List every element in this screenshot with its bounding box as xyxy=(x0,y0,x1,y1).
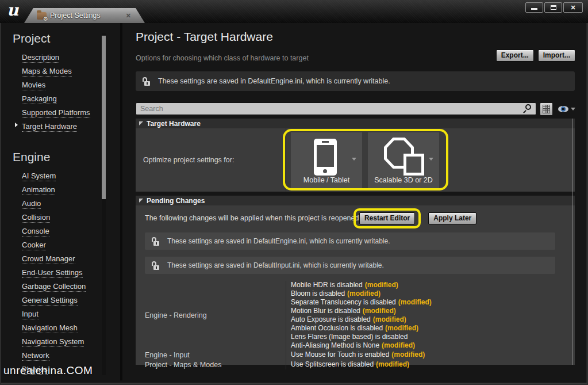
modified-badge: (modified) xyxy=(373,315,406,323)
sidebar-scrollbar-thumb[interactable] xyxy=(102,36,106,199)
row-values: Use Mouse for Touch is enabled(modified) xyxy=(286,350,425,360)
scalable-3d-2d-tile-button[interactable]: Scalable 3D or 2D xyxy=(368,132,439,188)
config-file-notice: These settings are saved in DefaultEngin… xyxy=(145,232,555,250)
sidebar-item-label[interactable]: Audio xyxy=(22,199,41,209)
table-row-engine-rendering: Engine - Rendering Mobile HDR is disable… xyxy=(145,281,575,350)
mobile-phone-icon xyxy=(314,139,337,176)
sidebar-item-label[interactable]: Cooker xyxy=(22,241,46,250)
circle-square-shapes-icon xyxy=(384,138,428,178)
chevron-down-icon[interactable] xyxy=(352,158,356,161)
section-title: Target Hardware xyxy=(147,120,201,128)
sidebar-item-label[interactable]: Network xyxy=(22,351,49,361)
config-file-notice: These settings are saved in DefaultEngin… xyxy=(136,71,575,91)
tile-label: Mobile / Tablet xyxy=(291,176,362,184)
change-line: Anti-Aliasing Method is None(modified) xyxy=(291,341,432,350)
row-label: Engine - Input xyxy=(145,350,286,360)
sidebar-item-label[interactable]: Supported Platforms xyxy=(22,108,90,118)
visibility-dropdown[interactable] xyxy=(558,106,575,112)
notice-text: These settings are saved in DefaultEngin… xyxy=(158,77,390,85)
optimize-settings-row: Optimize project settings for: Mobile / … xyxy=(136,128,575,192)
modified-badge: (modified) xyxy=(398,298,432,306)
sidebar-item-label[interactable]: General Settings xyxy=(22,296,78,306)
sidebar-item-label[interactable]: Console xyxy=(22,227,49,237)
pending-changes-body: The following changes will be applied wh… xyxy=(136,205,575,365)
unlock-icon xyxy=(143,77,150,86)
modified-badge: (modified) xyxy=(347,289,381,298)
panel-splitter[interactable] xyxy=(120,23,122,380)
settings-panel: Target Hardware Optimize project setting… xyxy=(136,119,575,365)
annotation-highlight-restart: Restart Editor xyxy=(353,208,421,228)
gear-icon: ⚙ xyxy=(43,16,48,22)
row-label: Engine - Rendering xyxy=(145,281,286,350)
sidebar-item-label[interactable]: Navigation System xyxy=(22,337,84,347)
sidebar-scrollbar-track[interactable] xyxy=(102,33,106,375)
sidebar-item-label[interactable]: Packaging xyxy=(22,94,57,104)
config-file-notice: These settings are saved in DefaultInput… xyxy=(145,257,555,274)
view-options-grid-button[interactable] xyxy=(540,102,553,116)
grid-icon xyxy=(543,105,550,113)
sidebar-item-label[interactable]: Input xyxy=(22,310,39,319)
section-header-pending-changes[interactable]: Pending Changes xyxy=(136,196,575,205)
unlock-icon xyxy=(152,261,159,270)
close-icon: ✕ xyxy=(570,5,575,11)
tab-close-icon[interactable]: ✕ xyxy=(126,13,131,19)
search-icon xyxy=(525,104,531,110)
page-subtitle: Options for choosing which class of hard… xyxy=(136,54,309,62)
row-label: Optimize project settings for: xyxy=(143,156,234,164)
maximize-button[interactable] xyxy=(544,2,562,13)
sidebar-item-label[interactable]: End-User Settings xyxy=(22,268,83,278)
sidebar-item-label[interactable]: Target Hardware xyxy=(22,122,77,132)
window-controls: ✕ xyxy=(525,2,583,13)
import-button[interactable]: Import... xyxy=(538,49,575,62)
sidebar-item-label[interactable]: Animation xyxy=(22,185,55,195)
tile-label: Scalable 3D or 2D xyxy=(368,176,439,184)
watermark: unrealchina.COM xyxy=(3,364,93,377)
search-row xyxy=(136,102,581,116)
modified-badge: (modified) xyxy=(382,341,415,349)
change-line: Use Mouse for Touch is enabled(modified) xyxy=(291,350,425,360)
modified-badge: (modified) xyxy=(363,307,396,315)
change-line: Ambient Occlusion is disabled(modified) xyxy=(291,324,432,333)
chevron-down-icon xyxy=(571,108,575,110)
modified-badge: (modified) xyxy=(376,360,409,368)
project-settings-folder-icon: ⚙ xyxy=(37,12,47,20)
sidebar-item-label[interactable]: Movies xyxy=(22,81,45,90)
sidebar-item-label[interactable]: Crowd Manager xyxy=(22,254,75,264)
sidebar-item-label[interactable]: Maps & Modes xyxy=(22,67,72,77)
modified-badge: (modified) xyxy=(391,350,425,359)
row-values: Mobile HDR is disabled(modified) Bloom i… xyxy=(286,281,432,350)
close-button[interactable]: ✕ xyxy=(563,2,583,13)
sidebar-item-label[interactable]: Description xyxy=(22,53,59,63)
unreal-engine-logo-icon: u xyxy=(7,1,18,20)
pending-message: The following changes will be applied wh… xyxy=(145,214,361,222)
change-line: Lens Flares (Image based) is disabled xyxy=(291,333,432,341)
maximize-icon xyxy=(551,5,556,10)
tab-project-settings[interactable]: ⚙ Project Settings ✕ xyxy=(24,8,145,23)
change-line: Mobile HDR is disabled(modified) xyxy=(291,281,432,289)
sidebar-item-label[interactable]: Collision xyxy=(22,213,50,223)
header-buttons: Export... Import... xyxy=(496,49,575,62)
page-title: Project - Target Hardware xyxy=(136,30,273,44)
mobile-tablet-tile-button[interactable]: Mobile / Tablet xyxy=(291,132,362,188)
chevron-down-icon[interactable] xyxy=(429,158,433,161)
modified-badge: (modified) xyxy=(365,281,398,289)
search-input[interactable] xyxy=(136,102,536,115)
change-line: Separate Translucency is disabled(modifi… xyxy=(291,298,432,307)
minimize-icon xyxy=(531,8,537,10)
restart-editor-button[interactable]: Restart Editor xyxy=(359,212,415,224)
row-values: Use Splitscreen is disabled(modified) xyxy=(286,360,409,369)
tab-title: Project Settings xyxy=(50,12,101,20)
column-divider xyxy=(286,128,286,192)
sidebar-item-label[interactable]: AI System xyxy=(22,171,56,181)
expand-arrow-icon xyxy=(139,121,143,125)
apply-later-button[interactable]: Apply Later xyxy=(428,212,476,224)
expand-arrow-icon xyxy=(139,199,143,203)
section-title: Pending Changes xyxy=(147,197,205,205)
unlock-icon xyxy=(152,237,159,246)
content-scrollbar[interactable] xyxy=(572,119,573,365)
minimize-button[interactable] xyxy=(525,2,543,13)
sidebar-item-label[interactable]: Garbage Collection xyxy=(22,282,86,292)
export-button[interactable]: Export... xyxy=(496,49,534,62)
section-header-target-hardware[interactable]: Target Hardware xyxy=(136,119,575,128)
sidebar-item-label[interactable]: Navigation Mesh xyxy=(22,323,78,333)
